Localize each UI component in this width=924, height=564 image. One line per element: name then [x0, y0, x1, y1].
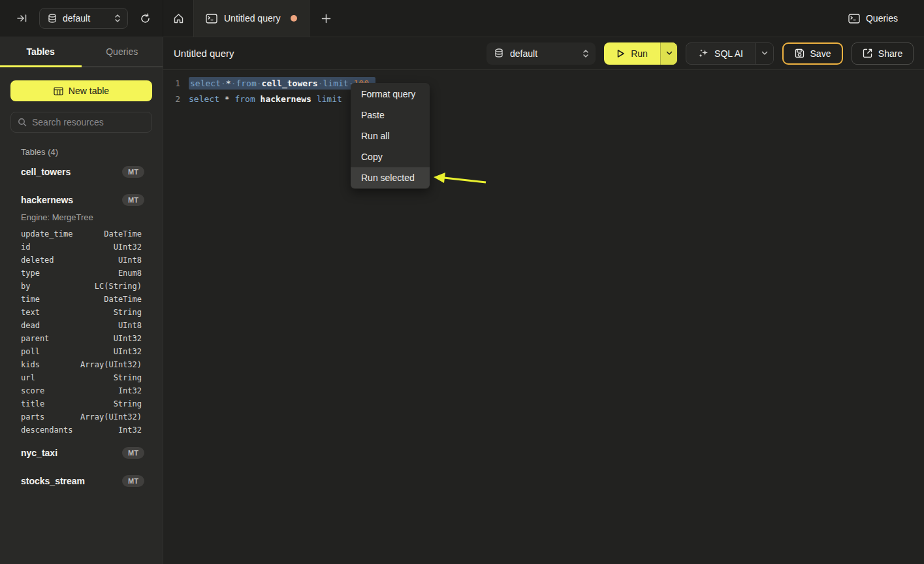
line-number: 1	[163, 78, 180, 88]
menu-item-run-all[interactable]: Run all	[351, 125, 430, 146]
column-type: UInt32	[114, 242, 142, 252]
sidebar-tab-tables[interactable]: Tables	[0, 37, 82, 67]
run-options-button[interactable]	[660, 42, 677, 65]
column-type: Enum8	[118, 269, 142, 278]
sidebar-tab-queries[interactable]: Queries	[82, 37, 163, 67]
sidebar: Tables Queries New table	[0, 37, 163, 564]
menu-item-copy[interactable]: Copy	[351, 146, 430, 167]
engine-badge: MT	[122, 475, 144, 487]
database-icon	[494, 48, 503, 58]
column-name: by	[21, 282, 95, 291]
column-row-score: scoreInt32	[21, 384, 142, 397]
column-name: score	[21, 386, 118, 395]
column-row-kids: kidsArray(UInt32)	[21, 358, 142, 371]
table-row-hackernews[interactable]: hackernewsMT	[10, 189, 152, 210]
sidebar-tabs: Tables Queries	[0, 37, 163, 67]
run-button[interactable]: Run	[604, 42, 660, 65]
token: select	[189, 94, 219, 104]
table-name: hackernews	[21, 195, 122, 205]
table-row-stocks-stream[interactable]: stocks_streamMT	[10, 470, 152, 491]
column-type: UInt32	[114, 334, 142, 343]
chevron-down-icon	[761, 51, 768, 56]
column-name: url	[21, 373, 114, 382]
column-name: parts	[21, 412, 80, 422]
share-button-label: Share	[878, 48, 902, 59]
engine-badge: MT	[122, 194, 144, 206]
database-selector-top[interactable]: default	[39, 8, 128, 29]
tables-section-label: Tables (4)	[21, 147, 152, 157]
column-row-id: idUInt32	[21, 241, 142, 254]
sql-editor[interactable]: 1select·*·from·cell_towers·limit·100·2se…	[163, 70, 924, 564]
share-button[interactable]: Share	[852, 42, 914, 65]
menu-item-format-query[interactable]: Format query	[351, 84, 430, 105]
tab-untitled-query[interactable]: Untitled query	[193, 0, 310, 37]
column-name: type	[21, 269, 118, 278]
tables-list: cell_towersMThackernewsMTEngine: MergeTr…	[10, 161, 152, 498]
sql-ai-options-button[interactable]	[755, 43, 773, 64]
chevron-down-icon	[666, 51, 673, 56]
column-name: update_time	[21, 229, 104, 239]
menu-item-run-selected[interactable]: Run selected	[351, 167, 430, 188]
refresh-icon	[140, 13, 151, 24]
tab-strip: Untitled query Queries	[163, 0, 924, 37]
save-icon	[795, 48, 805, 58]
save-button-label: Save	[810, 48, 831, 59]
column-type: String	[114, 373, 142, 382]
table-row-cell-towers[interactable]: cell_towersMT	[10, 161, 152, 182]
token: *	[226, 78, 231, 88]
column-row-by: byLC(String)	[21, 280, 142, 293]
column-type: Array(UInt32)	[80, 412, 142, 422]
new-table-label: New table	[69, 86, 109, 96]
search-input[interactable]	[32, 117, 150, 127]
column-type: UInt8	[118, 256, 142, 265]
top-bar: default	[0, 0, 924, 37]
column-name: poll	[21, 347, 114, 356]
column-row-descendants: descendantsInt32	[21, 423, 142, 437]
main-panel: Untitled query default	[163, 37, 924, 564]
column-name: parent	[21, 334, 114, 343]
collapse-sidebar-button[interactable]	[14, 10, 30, 26]
share-icon	[863, 48, 872, 58]
token: cell_towers	[262, 78, 318, 88]
column-name: kids	[21, 360, 80, 369]
column-name: title	[21, 399, 114, 408]
table-name: stocks_stream	[21, 476, 122, 486]
column-row-parts: partsArray(UInt32)	[21, 410, 142, 423]
column-list: update_timeDateTimeidUInt32deletedUInt8t…	[10, 226, 152, 442]
unsaved-changes-dot	[291, 15, 297, 22]
editor-context-menu: Format queryPasteRun allCopyRun selected	[351, 83, 430, 189]
engine-badge: MT	[122, 447, 144, 459]
token: select	[190, 78, 221, 88]
new-table-button[interactable]: New table	[10, 80, 152, 101]
column-type: Int32	[118, 425, 142, 435]
database-icon	[48, 14, 57, 24]
table-row-nyc-taxi[interactable]: nyc_taxiMT	[10, 442, 152, 463]
search-icon	[18, 118, 27, 127]
sql-ai-button[interactable]: SQL AI	[686, 43, 755, 64]
queries-button-label: Queries	[866, 13, 898, 24]
refresh-button[interactable]	[137, 10, 153, 27]
terminal-icon	[206, 14, 217, 24]
column-type: LC(String)	[95, 282, 142, 291]
menu-item-paste[interactable]: Paste	[351, 105, 430, 125]
table-engine-label: Engine: MergeTree	[10, 210, 152, 226]
editor-line-1: 1select·*·from·cell_towers·limit·100·	[163, 75, 924, 91]
collapse-sidebar-icon	[17, 13, 27, 24]
column-name: time	[21, 295, 104, 304]
terminal-icon	[848, 14, 860, 24]
new-tab-button[interactable]	[310, 0, 342, 37]
sql-ai-label: SQL AI	[714, 48, 743, 59]
token: limit	[317, 94, 342, 104]
run-split-button: Run	[604, 42, 677, 65]
column-type: Int32	[118, 386, 142, 395]
column-name: text	[21, 308, 114, 317]
code-line: select·*·from·cell_towers·limit·100·	[189, 78, 375, 88]
play-icon	[616, 49, 625, 58]
column-row-text: textString	[21, 306, 142, 319]
database-selector-toolbar[interactable]: default	[486, 42, 596, 65]
home-icon	[173, 13, 184, 24]
home-button[interactable]	[163, 0, 193, 37]
column-type: DateTime	[104, 295, 142, 304]
queries-button[interactable]: Queries	[848, 13, 898, 24]
save-button[interactable]: Save	[782, 42, 843, 65]
